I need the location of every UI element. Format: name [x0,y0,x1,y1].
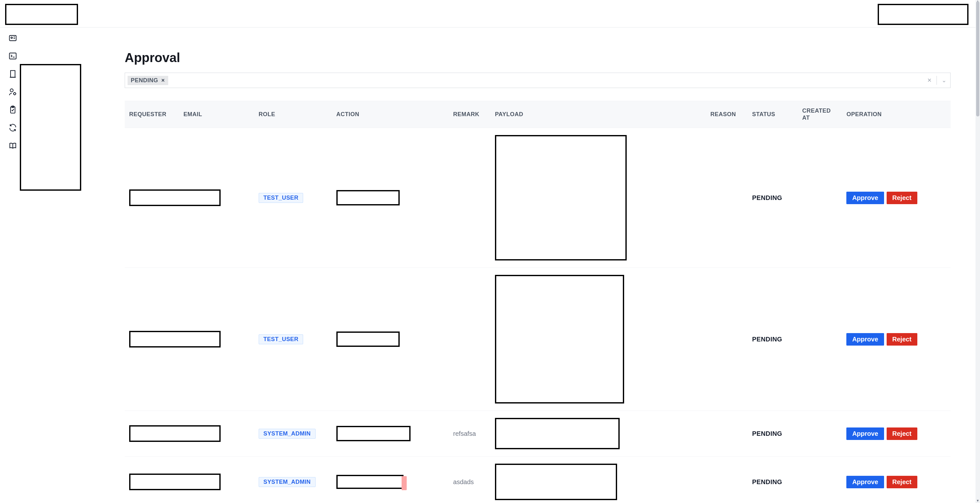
refresh-icon [8,123,17,133]
svg-rect-6 [11,70,15,77]
sidebar-item-book[interactable] [3,138,22,153]
table-head: REQUESTER EMAIL ROLE ACTION REMARK PAYLO… [125,101,951,128]
sidebar [0,28,25,503]
sidebar-panel [20,64,81,191]
payload-box [495,135,627,260]
remark-text: asdads [453,478,474,485]
role-pill: TEST_USER [259,334,304,344]
scroll-thumb[interactable] [976,1,979,117]
action-flag [402,476,407,490]
requester-box [129,331,221,348]
requester-box [129,474,221,490]
scrollbar[interactable]: ▲ ▼ [975,0,980,503]
requester-box [129,189,221,206]
action-box [336,426,410,441]
filter-separator [937,76,937,85]
role-pill: SYSTEM_ADMIN [259,429,316,439]
clipboard-check-icon [8,105,17,115]
header [0,0,977,27]
book-icon [8,141,17,151]
th-reason: REASON [706,101,748,128]
payload-box [495,464,617,500]
sidebar-item-refresh[interactable] [3,120,22,136]
th-requester: REQUESTER [125,101,179,128]
id-card-icon [8,34,17,43]
approval-table: REQUESTER EMAIL ROLE ACTION REMARK PAYLO… [125,101,951,503]
clear-filter-icon[interactable]: × [926,77,933,84]
th-role: ROLE [254,101,332,128]
th-status: STATUS [748,101,798,128]
table-row: SYSTEM_ADMINrefsafsaPENDINGApproveReject [125,411,951,457]
requester-box [129,425,221,442]
reason-cell [706,411,748,457]
sidebar-item-building[interactable] [3,67,22,82]
reject-button[interactable]: Reject [887,476,917,488]
th-operation: OPERATION [842,101,951,128]
building-icon [8,69,17,79]
sidebar-item-usercfg[interactable] [3,85,22,100]
terminal-icon [8,51,17,61]
created-at-cell [798,457,842,503]
status-text: PENDING [752,336,782,343]
chevron-down-icon[interactable]: ⌄ [940,77,948,84]
svg-point-14 [10,89,13,91]
approve-button[interactable]: Approve [846,428,884,440]
th-action: ACTION [332,101,449,128]
payload-box [495,275,624,404]
th-email: EMAIL [179,101,254,128]
sidebar-item-clipboard[interactable] [3,102,22,118]
content: Approval PENDING × × ⌄ REQUESTER EMAIL R [101,28,965,503]
action-box [336,190,400,205]
reject-button[interactable]: Reject [887,333,917,346]
user-cog-icon [8,87,17,97]
th-payload: PAYLOAD [490,101,706,128]
payload-box [495,418,620,449]
reason-cell [706,128,748,268]
created-at-cell [798,411,842,457]
remove-tag-icon[interactable]: × [161,77,165,83]
remark-text: refsafsa [453,430,476,437]
reason-cell [706,457,748,503]
table-row: SYSTEM_ADMINasdadsPENDINGApproveReject [125,457,951,503]
sidebar-item-id[interactable] [3,31,22,46]
header-user[interactable] [878,4,969,25]
svg-rect-0 [10,35,16,40]
filter-bar[interactable]: PENDING × × ⌄ [125,73,951,88]
reject-button[interactable]: Reject [887,192,917,204]
reject-button[interactable]: Reject [887,428,917,440]
status-text: PENDING [752,430,782,437]
status-text: PENDING [752,478,782,485]
svg-rect-4 [10,53,16,59]
status-text: PENDING [752,194,782,201]
th-remark: REMARK [449,101,490,128]
created-at-cell [798,268,842,411]
page-title: Approval [125,51,965,65]
logo[interactable] [5,4,78,25]
role-pill: SYSTEM_ADMIN [259,477,316,487]
svg-point-1 [11,37,13,38]
filter-tag-pending[interactable]: PENDING × [127,76,168,85]
sidebar-item-terminal[interactable] [3,49,22,64]
table-row: TEST_USERPENDINGApproveReject [125,128,951,268]
svg-point-15 [13,93,16,95]
approve-button[interactable]: Approve [846,192,884,204]
created-at-cell [798,128,842,268]
reason-cell [706,268,748,411]
approve-button[interactable]: Approve [846,476,884,488]
scroll-down-icon[interactable]: ▼ [976,499,979,502]
role-pill: TEST_USER [259,193,304,203]
approve-button[interactable]: Approve [846,333,884,346]
table-row: TEST_USERPENDINGApproveReject [125,268,951,411]
th-created-at: CREATED AT [798,101,842,128]
filter-tag-label: PENDING [131,77,158,84]
action-box [336,332,400,347]
action-box [336,475,404,489]
